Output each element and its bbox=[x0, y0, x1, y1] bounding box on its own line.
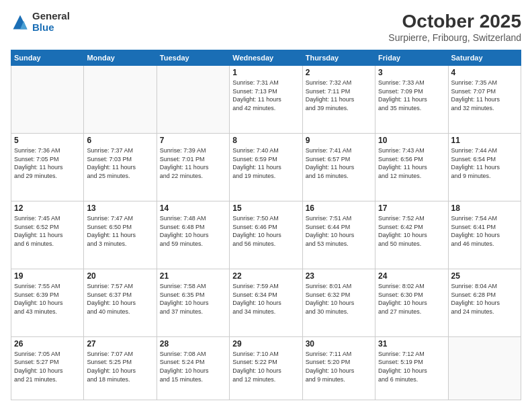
day-info: Sunrise: 7:58 AM Sunset: 6:35 PM Dayligh… bbox=[160, 282, 226, 316]
day-info: Sunrise: 7:41 AM Sunset: 6:57 PM Dayligh… bbox=[306, 146, 372, 180]
calendar-cell: 29Sunrise: 7:10 AM Sunset: 5:22 PM Dayli… bbox=[230, 336, 302, 400]
day-info: Sunrise: 7:59 AM Sunset: 6:34 PM Dayligh… bbox=[232, 282, 299, 316]
calendar-cell: 27Sunrise: 7:07 AM Sunset: 5:25 PM Dayli… bbox=[84, 336, 157, 400]
day-number: 5 bbox=[14, 136, 81, 145]
calendar-cell: 14Sunrise: 7:48 AM Sunset: 6:48 PM Dayli… bbox=[157, 201, 229, 269]
calendar-cell: 4Sunrise: 7:35 AM Sunset: 7:07 PM Daylig… bbox=[448, 66, 521, 134]
day-number: 28 bbox=[160, 339, 226, 349]
day-info: Sunrise: 7:12 AM Sunset: 5:19 PM Dayligh… bbox=[378, 350, 445, 383]
day-number: 27 bbox=[87, 339, 153, 349]
day-number: 21 bbox=[160, 271, 226, 281]
calendar-cell: 21Sunrise: 7:58 AM Sunset: 6:35 PM Dayli… bbox=[157, 269, 229, 336]
day-number: 18 bbox=[451, 203, 518, 213]
logo-blue-text: Blue bbox=[32, 22, 70, 34]
weekday-header-sunday: Sunday bbox=[11, 50, 84, 66]
calendar-cell: 16Sunrise: 7:51 AM Sunset: 6:44 PM Dayli… bbox=[302, 201, 375, 269]
day-info: Sunrise: 7:10 AM Sunset: 5:22 PM Dayligh… bbox=[232, 350, 299, 383]
day-info: Sunrise: 7:45 AM Sunset: 6:52 PM Dayligh… bbox=[14, 214, 81, 248]
calendar-cell bbox=[11, 66, 84, 134]
day-number: 19 bbox=[14, 271, 81, 281]
day-number: 30 bbox=[306, 339, 372, 349]
day-info: Sunrise: 7:05 AM Sunset: 5:27 PM Dayligh… bbox=[14, 350, 81, 383]
day-info: Sunrise: 7:39 AM Sunset: 7:01 PM Dayligh… bbox=[160, 146, 226, 180]
logo-general-text: General bbox=[32, 11, 70, 22]
day-number: 12 bbox=[14, 203, 81, 213]
calendar-cell: 30Sunrise: 7:11 AM Sunset: 5:20 PM Dayli… bbox=[302, 336, 375, 400]
day-info: Sunrise: 7:43 AM Sunset: 6:56 PM Dayligh… bbox=[378, 146, 445, 180]
day-info: Sunrise: 7:57 AM Sunset: 6:37 PM Dayligh… bbox=[87, 282, 153, 316]
calendar-cell: 24Sunrise: 8:02 AM Sunset: 6:30 PM Dayli… bbox=[375, 269, 448, 336]
weekday-header-row: SundayMondayTuesdayWednesdayThursdayFrid… bbox=[11, 50, 521, 66]
calendar-cell bbox=[448, 336, 521, 400]
calendar-cell: 28Sunrise: 7:08 AM Sunset: 5:24 PM Dayli… bbox=[157, 336, 229, 400]
day-number: 1 bbox=[232, 68, 299, 77]
logo: General Blue bbox=[11, 11, 70, 33]
day-info: Sunrise: 7:55 AM Sunset: 6:39 PM Dayligh… bbox=[14, 282, 81, 316]
calendar-cell: 26Sunrise: 7:05 AM Sunset: 5:27 PM Dayli… bbox=[11, 336, 84, 400]
day-info: Sunrise: 8:04 AM Sunset: 6:28 PM Dayligh… bbox=[451, 282, 518, 316]
calendar-cell: 10Sunrise: 7:43 AM Sunset: 6:56 PM Dayli… bbox=[375, 133, 448, 201]
day-info: Sunrise: 7:44 AM Sunset: 6:54 PM Dayligh… bbox=[451, 146, 518, 180]
calendar-cell: 17Sunrise: 7:52 AM Sunset: 6:42 PM Dayli… bbox=[375, 201, 448, 269]
calendar-cell: 20Sunrise: 7:57 AM Sunset: 6:37 PM Dayli… bbox=[84, 269, 157, 336]
calendar-cell: 22Sunrise: 7:59 AM Sunset: 6:34 PM Dayli… bbox=[230, 269, 302, 336]
week-row-3: 19Sunrise: 7:55 AM Sunset: 6:39 PM Dayli… bbox=[11, 269, 521, 336]
day-info: Sunrise: 7:07 AM Sunset: 5:25 PM Dayligh… bbox=[87, 350, 153, 383]
day-number: 22 bbox=[232, 271, 299, 281]
calendar-cell: 5Sunrise: 7:36 AM Sunset: 7:05 PM Daylig… bbox=[11, 133, 84, 201]
header: General Blue October 2025 Surpierre, Fri… bbox=[11, 11, 521, 43]
calendar-cell: 15Sunrise: 7:50 AM Sunset: 6:46 PM Dayli… bbox=[230, 201, 302, 269]
day-number: 29 bbox=[232, 339, 299, 349]
calendar-cell: 7Sunrise: 7:39 AM Sunset: 7:01 PM Daylig… bbox=[157, 133, 229, 201]
day-info: Sunrise: 8:02 AM Sunset: 6:30 PM Dayligh… bbox=[378, 282, 445, 316]
weekday-header-saturday: Saturday bbox=[448, 50, 521, 66]
day-number: 6 bbox=[87, 136, 153, 145]
page: General Blue October 2025 Surpierre, Fri… bbox=[0, 0, 532, 411]
location-title: Surpierre, Fribourg, Switzerland bbox=[388, 32, 521, 43]
day-info: Sunrise: 7:50 AM Sunset: 6:46 PM Dayligh… bbox=[232, 214, 299, 248]
day-info: Sunrise: 7:40 AM Sunset: 6:59 PM Dayligh… bbox=[232, 146, 299, 180]
day-number: 4 bbox=[451, 68, 518, 77]
day-number: 25 bbox=[451, 271, 518, 281]
calendar-cell: 2Sunrise: 7:32 AM Sunset: 7:11 PM Daylig… bbox=[302, 66, 375, 134]
day-info: Sunrise: 7:32 AM Sunset: 7:11 PM Dayligh… bbox=[306, 79, 372, 112]
day-number: 13 bbox=[87, 203, 153, 213]
weekday-header-friday: Friday bbox=[375, 50, 448, 66]
calendar-table: SundayMondayTuesdayWednesdayThursdayFrid… bbox=[11, 50, 521, 400]
calendar-cell: 18Sunrise: 7:54 AM Sunset: 6:41 PM Dayli… bbox=[448, 201, 521, 269]
day-number: 10 bbox=[378, 136, 445, 145]
day-number: 3 bbox=[378, 68, 445, 77]
day-info: Sunrise: 7:31 AM Sunset: 7:13 PM Dayligh… bbox=[232, 79, 299, 112]
month-title: October 2025 bbox=[388, 11, 521, 32]
weekday-header-tuesday: Tuesday bbox=[157, 50, 229, 66]
calendar-cell: 9Sunrise: 7:41 AM Sunset: 6:57 PM Daylig… bbox=[302, 133, 375, 201]
day-number: 23 bbox=[306, 271, 372, 281]
calendar-cell: 3Sunrise: 7:33 AM Sunset: 7:09 PM Daylig… bbox=[375, 66, 448, 134]
calendar-cell: 13Sunrise: 7:47 AM Sunset: 6:50 PM Dayli… bbox=[84, 201, 157, 269]
weekday-header-thursday: Thursday bbox=[302, 50, 375, 66]
day-info: Sunrise: 7:48 AM Sunset: 6:48 PM Dayligh… bbox=[160, 214, 226, 248]
day-info: Sunrise: 7:35 AM Sunset: 7:07 PM Dayligh… bbox=[451, 79, 518, 112]
day-number: 26 bbox=[14, 339, 81, 349]
calendar-cell: 19Sunrise: 7:55 AM Sunset: 6:39 PM Dayli… bbox=[11, 269, 84, 336]
day-number: 11 bbox=[451, 136, 518, 145]
calendar-cell: 8Sunrise: 7:40 AM Sunset: 6:59 PM Daylig… bbox=[230, 133, 302, 201]
calendar-cell: 31Sunrise: 7:12 AM Sunset: 5:19 PM Dayli… bbox=[375, 336, 448, 400]
day-number: 14 bbox=[160, 203, 226, 213]
day-number: 15 bbox=[232, 203, 299, 213]
week-row-4: 26Sunrise: 7:05 AM Sunset: 5:27 PM Dayli… bbox=[11, 336, 521, 400]
day-number: 2 bbox=[306, 68, 372, 77]
calendar-cell: 23Sunrise: 8:01 AM Sunset: 6:32 PM Dayli… bbox=[302, 269, 375, 336]
day-info: Sunrise: 7:08 AM Sunset: 5:24 PM Dayligh… bbox=[160, 350, 226, 383]
day-info: Sunrise: 8:01 AM Sunset: 6:32 PM Dayligh… bbox=[306, 282, 372, 316]
calendar-cell: 1Sunrise: 7:31 AM Sunset: 7:13 PM Daylig… bbox=[230, 66, 302, 134]
week-row-0: 1Sunrise: 7:31 AM Sunset: 7:13 PM Daylig… bbox=[11, 66, 521, 134]
day-number: 17 bbox=[378, 203, 445, 213]
week-row-1: 5Sunrise: 7:36 AM Sunset: 7:05 PM Daylig… bbox=[11, 133, 521, 201]
day-info: Sunrise: 7:11 AM Sunset: 5:20 PM Dayligh… bbox=[306, 350, 372, 383]
day-info: Sunrise: 7:52 AM Sunset: 6:42 PM Dayligh… bbox=[378, 214, 445, 248]
logo-icon bbox=[11, 13, 30, 32]
day-number: 9 bbox=[306, 136, 372, 145]
calendar-cell: 12Sunrise: 7:45 AM Sunset: 6:52 PM Dayli… bbox=[11, 201, 84, 269]
title-block: October 2025 Surpierre, Fribourg, Switze… bbox=[388, 11, 521, 43]
